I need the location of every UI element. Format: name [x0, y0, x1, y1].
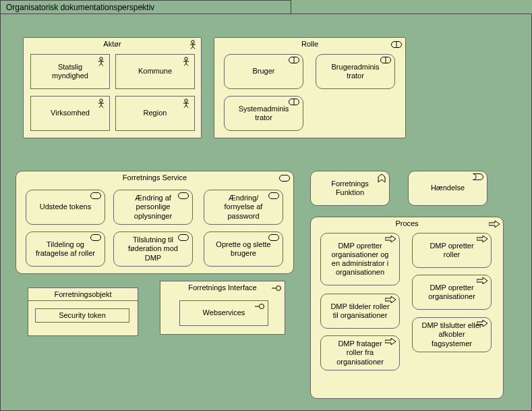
forretningsinterface-container: Forretnings Interface Webservices: [160, 281, 285, 335]
interface-icon: [272, 285, 281, 292]
actor-icon: [181, 57, 191, 66]
rolle-title: Rolle: [214, 40, 405, 48]
aktor-title: Aktør: [24, 40, 201, 48]
aktor-region: Region: [115, 96, 195, 131]
aktor-kommune: Kommune: [115, 54, 195, 89]
forretningsservice-title: Forretnings Service: [16, 173, 293, 182]
rolle-brugeradmin-label: Brugeradminis trator: [325, 63, 386, 80]
actor-icon: [96, 57, 106, 66]
proces-p6-label: DMP fratager roller fra organisationer: [330, 339, 390, 366]
service-icon: [90, 234, 101, 241]
service-tilslutning-label: Tilslutning til føderation mod DMP: [123, 236, 183, 263]
forretningsinterface-webservices: Webservices: [179, 300, 268, 326]
proces-container: Proces DMP opretter organisationer og en…: [310, 217, 504, 399]
process-icon: [385, 236, 396, 242]
interface-icon: [255, 303, 264, 310]
proces-p4-label: DMP tildeler roller til organisationer: [330, 302, 390, 320]
actor-icon: [96, 99, 106, 108]
process-icon: [489, 221, 500, 227]
aktor-region-label: Region: [144, 109, 167, 117]
service-oprette: Oprette og slette brugere: [204, 231, 283, 267]
forretningsinterface-title: Forretnings Interface: [160, 283, 285, 292]
role-icon: [289, 57, 299, 63]
forretningsservice-container: Forretnings Service Udstede tokens Ændri…: [16, 171, 294, 274]
proces-p5-label: DMP tilslutter eller afkobler fagsysteme…: [421, 321, 482, 348]
proces-title: Proces: [311, 219, 503, 227]
aktor-container: Aktør Statslig myndighed Kommune Virksom…: [23, 37, 202, 138]
forretningsfunktion-label: Forretnings Funktion: [323, 180, 377, 197]
service-icon: [268, 234, 279, 241]
process-icon: [477, 277, 487, 284]
rolle-container: Rolle Bruger Brugeradminis trator System…: [214, 37, 406, 138]
service-icon: [178, 234, 189, 241]
process-icon: [477, 236, 487, 242]
forretningsobjekt-security-label: Security token: [35, 309, 129, 323]
proces-p3-label: DMP opretter organisationer: [421, 283, 482, 301]
role-icon: [380, 57, 391, 63]
actor-icon: [181, 99, 191, 108]
forretningsobjekt-title: Forretningsobjekt: [28, 288, 138, 301]
process-icon: [477, 320, 487, 327]
service-fornyelse-label: Ændring/ fornyelse af password: [213, 194, 274, 221]
service-tilslutning: Tilslutning til føderation mod DMP: [113, 231, 193, 267]
diagram-body: Aktør Statslig myndighed Kommune Virksom…: [0, 13, 532, 411]
haendelse-label: Hændelse: [431, 184, 465, 192]
proces-p5: DMP tilslutter eller afkobler fagsysteme…: [412, 317, 492, 352]
forretningsobjekt-container: Forretningsobjekt Security token: [28, 287, 138, 336]
rolle-sysadmin-label: Systemadminis trator: [233, 105, 294, 122]
proces-p6: DMP fratager roller fra organisationer: [320, 335, 400, 371]
service-oprette-label: Oprette og slette brugere: [213, 240, 274, 258]
aktor-virksomhed: Virksomhed: [30, 96, 110, 131]
event-icon: [473, 173, 483, 180]
service-aendring-label: Ændring af personlige oplysninger: [123, 194, 183, 221]
proces-p1: DMP opretter organisationer og en admini…: [320, 233, 400, 285]
diagram-title: Organisatorisk dokumentationsperspektiv: [0, 0, 291, 13]
service-icon: [178, 192, 189, 199]
diagram-canvas: Organisatorisk dokumentationsperspektiv …: [0, 0, 532, 411]
rolle-bruger-label: Bruger: [252, 67, 274, 76]
service-icon: [268, 192, 279, 199]
service-icon: [279, 175, 290, 182]
proces-p2-label: DMP opretter roller: [421, 242, 482, 259]
forretningsobjekt-security: Security token: [35, 308, 129, 329]
service-fornyelse: Ændring/ fornyelse af password: [204, 190, 283, 225]
proces-p4: DMP tildeler roller til organisationer: [320, 294, 400, 329]
service-udstede: Udstede tokens: [26, 190, 105, 225]
role-icon: [289, 99, 299, 105]
service-tildeling: Tildeling og fratagelse af roller: [26, 231, 105, 267]
haendelse: Hændelse: [408, 171, 487, 206]
forretningsinterface-webservices-label: Webservices: [203, 308, 245, 317]
service-icon: [90, 192, 101, 199]
aktor-virksomhed-label: Virksomhed: [51, 109, 90, 117]
proces-p2: DMP opretter roller: [412, 233, 492, 268]
process-icon: [385, 338, 396, 345]
actor-icon: [188, 40, 198, 49]
aktor-kommune-label: Kommune: [138, 67, 172, 76]
aktor-statslig: Statslig myndighed: [30, 54, 110, 89]
service-aendring: Ændring af personlige oplysninger: [113, 190, 193, 225]
service-tildeling-label: Tildeling og fratagelse af roller: [35, 240, 96, 258]
service-udstede-label: Udstede tokens: [40, 202, 91, 211]
process-icon: [385, 296, 396, 303]
role-icon: [391, 41, 402, 48]
aktor-statslig-label: Statslig myndighed: [43, 63, 97, 80]
rolle-sysadmin: Systemadminis trator: [224, 96, 303, 131]
forretningsfunktion: Forretnings Funktion: [310, 171, 390, 206]
proces-p3: DMP opretter organisationer: [412, 275, 492, 310]
rolle-bruger: Bruger: [224, 54, 303, 89]
proces-p1-label: DMP opretter organisationer og en admini…: [328, 242, 392, 277]
rolle-brugeradmin: Brugeradminis trator: [316, 54, 395, 89]
function-icon: [378, 173, 386, 183]
